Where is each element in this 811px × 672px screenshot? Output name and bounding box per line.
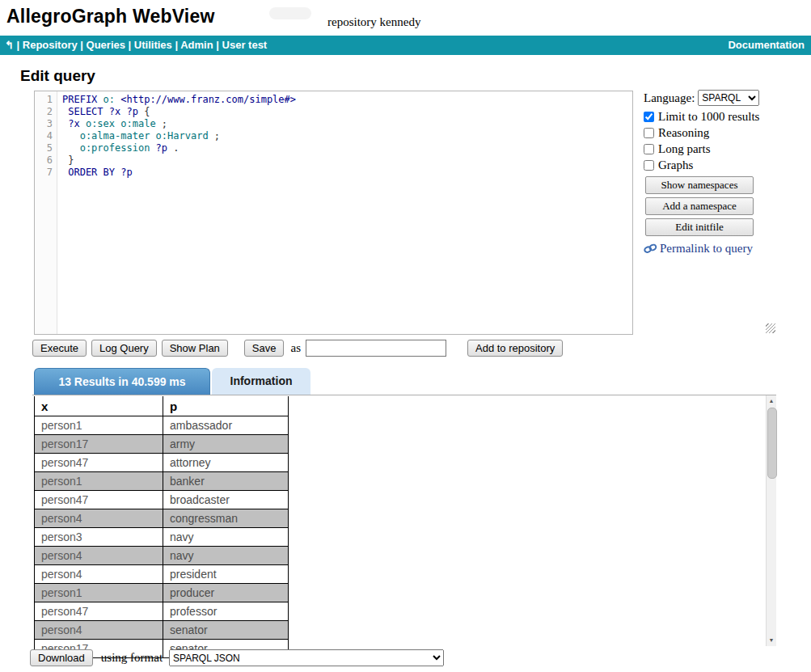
cell-x: person47 xyxy=(35,602,163,621)
nav-bar: ↰ | Repository | Queries | Utilities | A… xyxy=(0,36,811,55)
results-panel: x p person1ambassadorperson17armyperson4… xyxy=(32,395,776,646)
page-title: Edit query xyxy=(20,67,95,85)
line-number: 5 xyxy=(35,142,53,154)
language-select[interactable]: SPARQL xyxy=(698,90,759,106)
line-number: 4 xyxy=(35,130,53,142)
nav-items: ↰ | Repository | Queries | Utilities | A… xyxy=(5,36,267,55)
cell-p: ambassador xyxy=(163,416,289,435)
table-row: person4congressman xyxy=(35,509,289,528)
scrollbar-thumb[interactable] xyxy=(767,408,777,479)
code-token: PREFIX xyxy=(62,94,97,105)
nav-item-repository[interactable]: Repository xyxy=(23,39,78,51)
download-row: Download using format SPARQL JSON xyxy=(30,649,444,666)
results-tabs: 13 Results in 40.599 ms Information xyxy=(34,368,310,395)
checkbox-graphs[interactable]: Graphs xyxy=(644,157,779,173)
code-token: o:sex xyxy=(86,118,120,129)
code-token: <http://www.franz.com/simple#> xyxy=(120,94,296,105)
checkbox-label: Long parts xyxy=(658,142,711,156)
code-token: ?p xyxy=(120,167,132,178)
code-line: PREFIX o: <http://www.franz.com/simple#> xyxy=(62,94,632,106)
code-line: o:alma-mater o:Harvard ; xyxy=(62,130,632,142)
tab-results[interactable]: 13 Results in 40.599 ms xyxy=(34,368,210,395)
checkbox-input-graphs[interactable] xyxy=(644,160,654,171)
format-label: using format xyxy=(101,651,163,665)
save-name-input[interactable] xyxy=(306,340,446,357)
cell-p: congressman xyxy=(163,509,289,528)
results-table: x p person1ambassadorperson17armyperson4… xyxy=(34,396,289,658)
code-token: ?x xyxy=(109,106,127,117)
table-header-row: x p xyxy=(35,396,289,416)
checkbox-limit-to-1000-results[interactable]: Limit to 1000 results xyxy=(644,108,779,125)
code-token: o:alma-mater xyxy=(62,130,156,142)
nav-item-queries[interactable]: Queries xyxy=(87,39,125,51)
checkbox-long-parts[interactable]: Long parts xyxy=(644,141,779,157)
cell-x: person4 xyxy=(35,547,163,565)
code-token: o:Harvard xyxy=(156,130,214,142)
editor-resize-handle[interactable] xyxy=(766,323,775,333)
cell-p: professor xyxy=(163,602,289,621)
back-icon[interactable]: ↰ xyxy=(5,39,14,51)
scroll-down-arrow[interactable]: ▼ xyxy=(767,635,776,646)
format-select[interactable]: SPARQL JSON xyxy=(169,649,444,666)
table-row: person1ambassador xyxy=(35,416,289,435)
line-number: 7 xyxy=(35,167,53,179)
nav-item-documentation[interactable]: Documentation xyxy=(728,36,805,55)
checkbox-input-reasoning[interactable] xyxy=(644,128,654,138)
nav-item-user-test[interactable]: User test xyxy=(222,39,268,51)
code-token: ?p xyxy=(156,142,174,154)
header-box xyxy=(269,7,311,19)
table-row: person47professor xyxy=(35,602,289,621)
code-token: { xyxy=(144,106,150,117)
execute-button[interactable]: Execute xyxy=(32,340,87,357)
code-token: ?p xyxy=(126,106,144,117)
tab-information[interactable]: Information xyxy=(212,368,310,395)
log-query-button[interactable]: Log Query xyxy=(91,340,157,357)
cell-p: broadcaster xyxy=(163,491,289,509)
cell-x: person1 xyxy=(35,416,163,435)
cell-x: person1 xyxy=(35,584,163,602)
download-button[interactable]: Download xyxy=(30,649,93,666)
save-button[interactable]: Save xyxy=(244,340,285,357)
action-buttons-row: Execute Log Query Show Plan Save as Add … xyxy=(32,340,563,357)
nav-separator: | xyxy=(172,39,180,51)
add-to-repository-button[interactable]: Add to repository xyxy=(467,340,563,357)
nav-separator: | xyxy=(78,39,87,51)
code-line: } xyxy=(62,154,632,167)
language-label: Language: xyxy=(644,91,695,105)
chain-link-icon xyxy=(644,243,657,255)
show-namespaces-button[interactable]: Show namespaces xyxy=(645,176,754,194)
cell-x: person47 xyxy=(35,491,163,509)
cell-x: person47 xyxy=(35,454,163,472)
line-number: 3 xyxy=(35,118,53,130)
nav-item-utilities[interactable]: Utilities xyxy=(134,39,172,51)
vertical-scrollbar[interactable]: ▲ ▼ xyxy=(766,395,776,646)
query-editor[interactable]: 1234567 PREFIX o: <http://www.franz.com/… xyxy=(34,91,633,335)
column-header-p: p xyxy=(163,396,289,416)
code-token: ORDER BY xyxy=(62,167,120,178)
app-window: AllegroGraph WebView repository kennedy … xyxy=(0,0,811,672)
cell-x: person3 xyxy=(35,528,163,547)
results-table-body: person1ambassadorperson17armyperson47att… xyxy=(35,416,289,658)
permalink-link[interactable]: Permalink to query xyxy=(644,242,779,256)
add-a-namespace-button[interactable]: Add a namespace xyxy=(645,197,754,215)
show-plan-button[interactable]: Show Plan xyxy=(162,340,228,357)
code-token: . xyxy=(173,142,179,154)
scroll-up-arrow[interactable]: ▲ xyxy=(767,395,776,407)
code-token: SELECT xyxy=(62,106,109,117)
editor-gutter: 1234567 xyxy=(35,91,57,334)
editor-code[interactable]: PREFIX o: <http://www.franz.com/simple#>… xyxy=(57,91,632,334)
cell-x: person4 xyxy=(35,621,163,640)
checkbox-reasoning[interactable]: Reasoning xyxy=(644,125,779,141)
options-buttons: Show namespacesAdd a namespaceEdit initf… xyxy=(644,176,779,236)
checkbox-input-limit-to-1000-results[interactable] xyxy=(644,112,654,122)
code-token: } xyxy=(62,154,74,166)
edit-initfile-button[interactable]: Edit initfile xyxy=(645,218,754,236)
code-token: o:male xyxy=(120,118,162,129)
nav-separator: | xyxy=(213,39,222,51)
nav-item-admin[interactable]: Admin xyxy=(180,39,213,51)
checkbox-input-long-parts[interactable] xyxy=(644,144,654,154)
permalink-label: Permalink to query xyxy=(660,242,753,256)
nav-separator: | xyxy=(125,39,134,51)
code-line: o:profession ?p . xyxy=(62,142,632,154)
cell-p: president xyxy=(163,565,289,584)
